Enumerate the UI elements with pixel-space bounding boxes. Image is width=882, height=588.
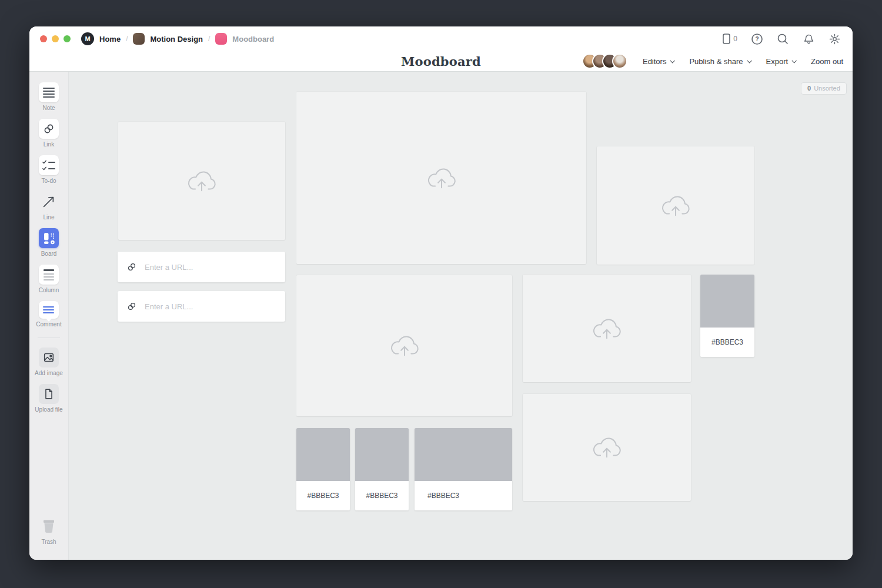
phone-icon bbox=[722, 33, 731, 45]
breadcrumb-current-page: Moodboard bbox=[232, 35, 274, 44]
upload-cloud-icon bbox=[659, 193, 693, 219]
sidebar-item-column[interactable]: Column bbox=[39, 265, 59, 293]
sidebar-item-board[interactable]: Board bbox=[39, 228, 59, 257]
chevron-down-icon bbox=[747, 58, 751, 63]
publish-share-menu[interactable]: Publish & share bbox=[689, 57, 750, 66]
gear-icon bbox=[828, 33, 841, 45]
color-swatch-fill bbox=[355, 428, 409, 481]
sidebar-item-label: To-do bbox=[41, 178, 56, 184]
minimize-window-button[interactable] bbox=[52, 35, 59, 42]
upload-cloud-icon bbox=[185, 168, 219, 194]
sidebar-item-note[interactable]: Note bbox=[39, 82, 59, 111]
upload-placeholder-card[interactable] bbox=[118, 122, 285, 240]
upload-file-icon bbox=[39, 384, 59, 404]
sidebar-item-label: Trash bbox=[41, 539, 56, 545]
sidebar-item-add-image[interactable]: Add image bbox=[35, 348, 63, 376]
header-actions: Editors Publish & share Export Zoom out bbox=[582, 51, 843, 71]
title-bar: M Home / Motion Design / Moodboard 0 ? bbox=[29, 26, 853, 51]
settings-button[interactable] bbox=[828, 33, 841, 45]
upload-cloud-icon bbox=[590, 435, 624, 460]
search-icon bbox=[777, 33, 789, 45]
mobile-device-button[interactable]: 0 bbox=[722, 33, 737, 45]
upload-placeholder-card[interactable] bbox=[523, 394, 691, 501]
unsorted-badge[interactable]: 0 Unsorted bbox=[801, 82, 847, 95]
add-image-icon bbox=[39, 348, 59, 368]
board-canvas[interactable]: 0 Unsorted bbox=[69, 72, 853, 560]
upload-placeholder-card[interactable] bbox=[597, 146, 754, 265]
device-count: 0 bbox=[733, 35, 737, 43]
url-input[interactable] bbox=[143, 302, 276, 312]
titlebar-icon-group: 0 ? bbox=[722, 26, 841, 51]
sidebar-item-upload-file[interactable]: Upload file bbox=[35, 384, 62, 413]
export-label: Export bbox=[766, 57, 789, 66]
sidebar-item-label: Link bbox=[44, 141, 54, 148]
sidebar-item-label: Note bbox=[42, 105, 55, 111]
app-logo-icon[interactable]: M bbox=[81, 32, 94, 45]
sidebar-item-line[interactable]: Line bbox=[39, 192, 59, 220]
breadcrumb-project[interactable]: Motion Design bbox=[150, 35, 203, 44]
color-swatch-fill bbox=[415, 428, 512, 481]
notifications-button[interactable] bbox=[803, 33, 815, 45]
upload-placeholder-card[interactable] bbox=[523, 275, 691, 382]
zoom-out-button[interactable]: Zoom out bbox=[811, 57, 843, 66]
zoom-out-label: Zoom out bbox=[811, 57, 843, 66]
url-card bbox=[118, 252, 285, 282]
breadcrumb: M Home / Motion Design / Moodboard bbox=[81, 32, 274, 45]
window-body: Note Link To-do Line bbox=[29, 72, 853, 560]
color-swatch-card[interactable]: #BBBEC3 bbox=[296, 428, 350, 510]
sidebar-item-comment[interactable]: Comment bbox=[36, 301, 61, 328]
sidebar-item-trash[interactable]: Trash bbox=[39, 516, 59, 545]
color-swatch-card[interactable]: #BBBEC3 bbox=[355, 428, 409, 510]
trash-icon bbox=[39, 516, 59, 536]
chevron-down-icon bbox=[792, 58, 797, 63]
color-swatch-hex: #BBBEC3 bbox=[296, 481, 350, 510]
editors-label: Editors bbox=[643, 57, 666, 66]
window-controls bbox=[40, 35, 71, 42]
unsorted-label: Unsorted bbox=[814, 85, 840, 92]
color-swatch-card[interactable]: #BBBEC3 bbox=[415, 428, 512, 510]
board-header: Moodboard Editors Publish & share Export… bbox=[29, 51, 853, 72]
sidebar-item-label: Upload file bbox=[35, 406, 62, 413]
link-icon bbox=[126, 262, 137, 272]
tool-sidebar: Note Link To-do Line bbox=[29, 72, 69, 560]
line-arrow-icon bbox=[39, 192, 59, 212]
publish-share-label: Publish & share bbox=[689, 57, 743, 66]
upload-cloud-icon bbox=[590, 316, 624, 342]
link-icon bbox=[126, 301, 137, 312]
unsorted-count: 0 bbox=[807, 85, 811, 92]
help-icon: ? bbox=[751, 33, 763, 45]
board-icon bbox=[39, 228, 59, 248]
upload-cloud-icon bbox=[387, 333, 422, 359]
editor-avatars[interactable] bbox=[582, 54, 627, 69]
url-input[interactable] bbox=[143, 262, 276, 272]
sidebar-item-link[interactable]: Link bbox=[39, 119, 59, 148]
board-thumbnail-icon[interactable] bbox=[215, 33, 227, 45]
close-window-button[interactable] bbox=[40, 35, 47, 42]
sidebar-item-label: Board bbox=[41, 250, 57, 257]
color-swatch-fill bbox=[700, 275, 754, 328]
bell-icon bbox=[803, 33, 815, 45]
sidebar-item-todo[interactable]: To-do bbox=[39, 155, 59, 184]
avatar bbox=[612, 54, 627, 69]
breadcrumb-home[interactable]: Home bbox=[99, 35, 121, 44]
breadcrumb-separator: / bbox=[208, 35, 210, 43]
sidebar-divider bbox=[38, 338, 60, 338]
chevron-down-icon bbox=[670, 58, 675, 63]
sidebar-item-label: Column bbox=[39, 287, 59, 293]
upload-placeholder-card[interactable] bbox=[296, 275, 512, 416]
note-icon bbox=[39, 82, 59, 102]
upload-placeholder-card[interactable] bbox=[296, 92, 586, 264]
breadcrumb-separator: / bbox=[126, 35, 128, 43]
export-menu[interactable]: Export bbox=[766, 57, 796, 66]
color-swatch-fill bbox=[296, 428, 350, 481]
color-swatch-card[interactable]: #BBBEC3 bbox=[700, 275, 754, 357]
comment-icon bbox=[39, 301, 59, 319]
editors-menu[interactable]: Editors bbox=[643, 57, 674, 66]
color-swatch-hex: #BBBEC3 bbox=[355, 481, 409, 510]
zoom-window-button[interactable] bbox=[64, 35, 71, 42]
todo-icon bbox=[39, 155, 59, 175]
color-swatch-hex: #BBBEC3 bbox=[415, 481, 512, 510]
search-button[interactable] bbox=[777, 33, 789, 45]
help-button[interactable]: ? bbox=[751, 33, 763, 45]
project-thumbnail-icon[interactable] bbox=[133, 33, 145, 45]
